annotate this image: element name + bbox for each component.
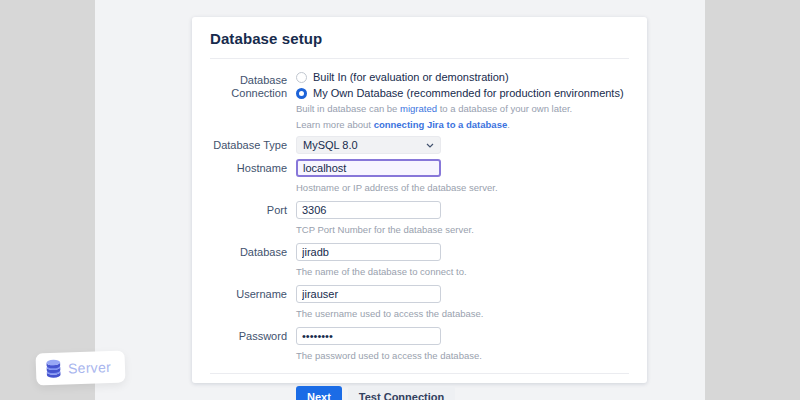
learn-more-note: Learn more about connecting Jira to a da… [296, 119, 629, 131]
migrate-note: Built in database can be migrated to a d… [296, 103, 629, 115]
hostname-input[interactable] [296, 159, 441, 177]
database-type-label: Database Type [210, 136, 287, 154]
database-setup-form: Database Connection Built In (for evalua… [210, 71, 629, 364]
hostname-label: Hostname [210, 159, 287, 196]
chevron-down-icon [426, 143, 434, 148]
port-label: Port [210, 201, 287, 238]
row-port: Port TCP Port Number for the database se… [210, 201, 629, 238]
database-setup-card: Database setup Database Connection Built… [192, 17, 647, 383]
test-connection-button[interactable]: Test Connection [348, 386, 455, 400]
radio-built-in-label: Built In (for evaluation or demonstratio… [313, 71, 509, 83]
radio-my-own-database-label: My Own Database (recommended for product… [313, 87, 624, 99]
row-username: Username The username used to access the… [210, 285, 629, 322]
username-helper: The username used to access the database… [296, 308, 629, 319]
backdrop-right [705, 0, 800, 400]
database-input[interactable] [296, 243, 441, 261]
title-divider [210, 58, 629, 59]
password-helper: The password used to access the database… [296, 350, 629, 361]
username-input[interactable] [296, 285, 441, 303]
database-label: Database [210, 243, 287, 280]
server-badge: Server [35, 350, 125, 385]
backdrop-left [0, 0, 95, 400]
migrate-note-post: to a database of your own later. [437, 103, 572, 114]
port-input[interactable] [296, 201, 441, 219]
database-type-value: MySQL 8.0 [303, 139, 358, 151]
learn-more-pre: Learn more about [296, 119, 374, 130]
password-label: Password [210, 327, 287, 364]
migrated-link[interactable]: migrated [400, 103, 437, 114]
learn-more-post: . [507, 119, 510, 130]
database-icon [45, 359, 63, 380]
row-password: Password The password used to access the… [210, 327, 629, 364]
row-hostname: Hostname Hostname or IP address of the d… [210, 159, 629, 196]
next-button[interactable]: Next [296, 386, 342, 400]
row-database-type: Database Type MySQL 8.0 [210, 136, 629, 154]
radio-built-in-circle-icon[interactable] [296, 72, 307, 83]
connecting-jira-link[interactable]: connecting Jira to a database [374, 119, 508, 130]
hostname-helper: Hostname or IP address of the database s… [296, 182, 629, 193]
row-database: Database The name of the database to con… [210, 243, 629, 280]
radio-my-own-database-circle-icon[interactable] [296, 88, 307, 99]
username-label: Username [210, 285, 287, 322]
password-input[interactable] [296, 327, 441, 345]
radio-built-in[interactable]: Built In (for evaluation or demonstratio… [296, 71, 629, 83]
database-helper: The name of the database to connect to. [296, 266, 629, 277]
database-type-select[interactable]: MySQL 8.0 [296, 136, 441, 154]
port-helper: TCP Port Number for the database server. [296, 224, 629, 235]
database-connection-label: Database Connection [210, 71, 287, 131]
migrate-note-pre: Built in database can be [296, 103, 400, 114]
server-badge-label: Server [68, 359, 112, 376]
radio-my-own-database[interactable]: My Own Database (recommended for product… [296, 87, 629, 99]
row-database-connection: Database Connection Built In (for evalua… [210, 71, 629, 131]
page-title: Database setup [210, 17, 629, 58]
form-footer: Next Test Connection [210, 373, 629, 400]
